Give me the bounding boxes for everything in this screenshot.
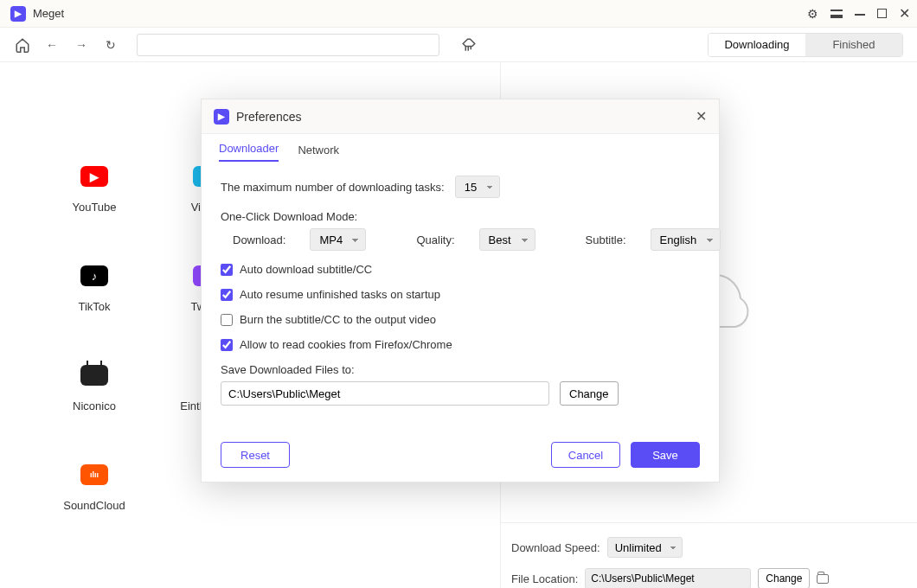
reload-icon[interactable]: ↻ bbox=[102, 36, 119, 54]
burn-subtitle-checkbox[interactable]: Burn the subtitle/CC to the output video bbox=[221, 313, 700, 326]
segment-downloading[interactable]: Downloading bbox=[709, 34, 805, 56]
segment-finished[interactable]: Finished bbox=[805, 34, 902, 56]
auto-resume-checkbox[interactable]: Auto resume unfinished tasks on startup bbox=[221, 288, 700, 301]
view-segmented: Downloading Finished bbox=[708, 33, 903, 57]
status-footer: Download Speed: Unlimited File Location:… bbox=[501, 522, 917, 588]
youtube-icon: ▶ bbox=[80, 166, 108, 187]
save-button[interactable]: Save bbox=[631, 442, 700, 468]
settings-gear-icon[interactable]: ⚙ bbox=[807, 7, 818, 21]
site-label: YouTube bbox=[72, 201, 116, 214]
dialog-title: Preferences bbox=[236, 110, 301, 124]
preferences-dialog: Preferences ✕ Downloader Network The max… bbox=[201, 99, 720, 483]
dialog-header: Preferences ✕ bbox=[202, 99, 719, 134]
window-close-icon[interactable]: ✕ bbox=[899, 5, 910, 22]
home-icon[interactable] bbox=[14, 36, 31, 54]
max-tasks-label: The maximum number of downloading tasks: bbox=[221, 181, 445, 194]
niconico-icon bbox=[80, 365, 108, 386]
subtitle-select[interactable]: English bbox=[651, 228, 721, 251]
site-tiktok[interactable]: ♪ TikTok bbox=[38, 265, 151, 313]
cancel-button[interactable]: Cancel bbox=[551, 442, 620, 468]
quality-label: Quality: bbox=[416, 233, 454, 246]
one-click-label: One-Click Download Mode: bbox=[221, 210, 700, 223]
title-bar: Meget ⚙ ✕ bbox=[0, 0, 917, 28]
soundcloud-icon: ılıı bbox=[80, 464, 108, 485]
window-maximize-icon[interactable] bbox=[877, 7, 887, 21]
download-speed-label: Download Speed: bbox=[511, 541, 600, 554]
dialog-tabs: Downloader Network bbox=[202, 134, 719, 162]
folder-icon[interactable] bbox=[817, 574, 829, 584]
app-icon bbox=[214, 109, 229, 125]
back-icon[interactable]: ← bbox=[43, 36, 61, 54]
save-path-label: Save Downloaded Files to: bbox=[221, 363, 700, 376]
menu-icon[interactable] bbox=[830, 7, 843, 21]
auto-subtitle-checkbox[interactable]: Auto download subtitle/CC bbox=[221, 263, 700, 276]
url-input[interactable] bbox=[137, 34, 439, 56]
site-label: SoundCloud bbox=[63, 499, 125, 512]
quality-select[interactable]: Best bbox=[479, 228, 535, 251]
dialog-close-icon[interactable]: ✕ bbox=[696, 108, 707, 125]
download-format-label: Download: bbox=[233, 233, 285, 246]
forward-icon[interactable]: → bbox=[73, 36, 90, 54]
file-location-label: File Location: bbox=[511, 572, 578, 585]
app-title: Meget bbox=[33, 7, 64, 20]
file-location-input[interactable] bbox=[585, 568, 751, 588]
subtitle-label: Subtitle: bbox=[586, 233, 626, 246]
file-location-change-button[interactable]: Change bbox=[758, 568, 810, 588]
tiktok-icon: ♪ bbox=[80, 265, 108, 286]
tab-downloader[interactable]: Downloader bbox=[219, 142, 279, 162]
read-cookies-checkbox[interactable]: Allow to read cookies from Firefox/Chrom… bbox=[221, 338, 700, 351]
download-format-select[interactable]: MP4 bbox=[310, 228, 366, 251]
max-tasks-select[interactable]: 15 bbox=[455, 176, 500, 198]
window-minimize-icon[interactable] bbox=[855, 7, 865, 21]
reset-button[interactable]: Reset bbox=[221, 442, 290, 468]
cleanup-icon[interactable] bbox=[460, 36, 478, 54]
tab-network[interactable]: Network bbox=[298, 144, 339, 162]
download-speed-select[interactable]: Unlimited bbox=[607, 537, 683, 558]
save-path-input[interactable] bbox=[221, 381, 549, 406]
browser-toolbar: ← → ↻ Downloading Finished bbox=[0, 28, 917, 62]
site-label: TikTok bbox=[78, 300, 110, 313]
site-label: Niconico bbox=[73, 399, 116, 412]
change-path-button[interactable]: Change bbox=[560, 381, 619, 406]
site-niconico[interactable]: Niconico bbox=[38, 365, 151, 412]
app-icon bbox=[10, 6, 26, 22]
site-youtube[interactable]: ▶ YouTube bbox=[38, 166, 151, 214]
site-soundcloud[interactable]: ılıı SoundCloud bbox=[38, 464, 151, 514]
